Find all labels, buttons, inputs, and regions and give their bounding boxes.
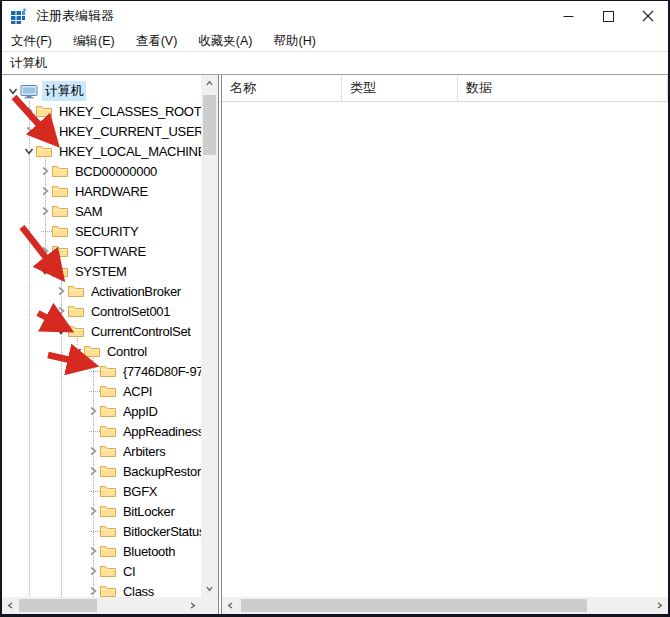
tree-item-label: HKEY_CLASSES_ROOT	[56, 103, 201, 120]
connector-stub	[86, 361, 100, 381]
chevron-right-icon[interactable]	[22, 101, 36, 121]
tree-item[interactable]: ActivationBroker	[2, 281, 184, 301]
tree-item[interactable]: AppID	[2, 401, 161, 421]
folder-icon	[100, 424, 116, 438]
chevron-right-icon[interactable]	[86, 501, 100, 521]
tree-item[interactable]: HKEY_LOCAL_MACHINE	[2, 141, 201, 161]
chevron-down-icon[interactable]	[70, 341, 84, 361]
scroll-left-arrow-icon[interactable]	[222, 597, 239, 614]
scroll-down-arrow-icon[interactable]	[201, 580, 218, 597]
menu-item[interactable]: 编辑(E)	[73, 33, 115, 50]
tree-item-label: SOFTWARE	[72, 243, 149, 260]
chevron-right-icon[interactable]	[86, 581, 100, 597]
tree-item[interactable]: HARDWARE	[2, 181, 151, 201]
chevron-down-icon[interactable]	[38, 261, 52, 281]
folder-icon	[52, 184, 68, 198]
close-button[interactable]	[628, 1, 668, 31]
chevron-right-icon[interactable]	[38, 201, 52, 221]
chevron-right-icon[interactable]	[54, 301, 68, 321]
chevron-right-icon[interactable]	[22, 121, 36, 141]
menu-item[interactable]: 收藏夹(A)	[198, 33, 252, 50]
scroll-up-arrow-icon[interactable]	[201, 75, 218, 92]
tree-item[interactable]: Bluetooth	[2, 541, 178, 561]
chevron-right-icon[interactable]	[38, 241, 52, 261]
tree-item[interactable]: {7746D80F-97	[2, 361, 201, 381]
tree-item[interactable]: CurrentControlSet	[2, 321, 194, 341]
folder-icon	[68, 324, 84, 338]
tree-item[interactable]: 计算机	[2, 81, 86, 101]
tree-item[interactable]: BitlockerStatus	[2, 521, 201, 541]
column-header[interactable]: 类型	[342, 75, 458, 101]
tree-item[interactable]: BCD00000000	[2, 161, 160, 181]
scrollbar-corner	[201, 597, 218, 614]
tree-item-label: AppID	[120, 403, 161, 420]
tree-item[interactable]: BGFX	[2, 481, 160, 501]
scroll-left-arrow-icon[interactable]	[2, 597, 19, 614]
tree-item[interactable]: CI	[2, 561, 138, 581]
tree-item[interactable]: ACPI	[2, 381, 155, 401]
tree-item[interactable]: Arbiters	[2, 441, 168, 461]
tree-hscroll-thumb[interactable]	[19, 599, 97, 612]
tree-item-label: HKEY_LOCAL_MACHINE	[56, 143, 201, 160]
window-controls	[548, 1, 668, 31]
connector-stub	[86, 381, 100, 401]
folder-icon	[100, 504, 116, 518]
list-column-header: 名称类型数据	[222, 75, 668, 102]
column-header[interactable]: 名称	[222, 75, 342, 101]
scroll-right-arrow-icon[interactable]	[184, 597, 201, 614]
chevron-right-icon[interactable]	[86, 461, 100, 481]
chevron-right-icon[interactable]	[86, 401, 100, 421]
tree-item-label: ControlSet001	[88, 303, 173, 320]
tree-item[interactable]: SAM	[2, 201, 105, 221]
tree-item[interactable]: Control	[2, 341, 150, 361]
minimize-button[interactable]	[548, 1, 588, 31]
tree-item[interactable]: SYSTEM	[2, 261, 130, 281]
tree-vscroll-thumb[interactable]	[203, 95, 216, 155]
column-header[interactable]: 数据	[458, 75, 668, 101]
tree-item[interactable]: AppReadiness	[2, 421, 201, 441]
scroll-right-arrow-icon[interactable]	[651, 597, 668, 614]
tree-item-label: Control	[104, 343, 150, 360]
folder-icon	[100, 584, 116, 597]
menu-item[interactable]: 查看(V)	[136, 33, 178, 50]
connector-stub	[86, 421, 100, 441]
tree-item[interactable]: SOFTWARE	[2, 241, 149, 261]
chevron-right-icon[interactable]	[54, 281, 68, 301]
address-bar-input[interactable]: 计算机	[2, 53, 668, 75]
chevron-down-icon[interactable]	[6, 81, 20, 101]
tree-rows: 计算机HKEY_CLASSES_ROOTHKEY_CURRENT_USERHKE…	[2, 75, 201, 597]
menu-item[interactable]: 帮助(H)	[273, 33, 315, 50]
tree-item-label: ACPI	[120, 383, 155, 400]
list-pane-body[interactable]	[222, 102, 668, 597]
chevron-right-icon[interactable]	[38, 161, 52, 181]
chevron-right-icon[interactable]	[38, 181, 52, 201]
tree-item[interactable]: BitLocker	[2, 501, 178, 521]
chevron-down-icon[interactable]	[22, 141, 36, 161]
folder-icon	[100, 404, 116, 418]
folder-icon	[36, 124, 52, 138]
folder-icon	[100, 564, 116, 578]
folder-icon	[100, 544, 116, 558]
tree-item[interactable]: BackupRestore	[2, 461, 201, 481]
tree-item[interactable]: SECURITY	[2, 221, 141, 241]
values-list-pane[interactable]: 名称类型数据	[222, 75, 668, 614]
tree-item[interactable]: ControlSet001	[2, 301, 173, 321]
menu-item[interactable]: 文件(F)	[11, 33, 52, 50]
chevron-right-icon[interactable]	[86, 441, 100, 461]
tree-item[interactable]: HKEY_CURRENT_USER	[2, 121, 201, 141]
tree-item-label: {7746D80F-97	[120, 363, 201, 380]
chevron-right-icon[interactable]	[86, 561, 100, 581]
folder-icon	[100, 464, 116, 478]
registry-tree-pane[interactable]: 计算机HKEY_CLASSES_ROOTHKEY_CURRENT_USERHKE…	[2, 75, 218, 614]
list-hscroll-thumb[interactable]	[241, 599, 587, 612]
tree-item[interactable]: Class	[2, 581, 157, 597]
tree-item-label: Class	[120, 583, 157, 598]
chevron-right-icon[interactable]	[86, 541, 100, 561]
registry-editor-window: 注册表编辑器 文件(F)编辑(E)查看(V)收藏夹(A)帮助(H) 计算机 计算…	[0, 0, 670, 617]
tree-item-label: HKEY_CURRENT_USER	[56, 123, 201, 140]
tree-item-label: BCD00000000	[72, 163, 160, 180]
tree-item[interactable]: HKEY_CLASSES_ROOT	[2, 101, 201, 121]
connector-stub	[86, 521, 100, 541]
chevron-down-icon[interactable]	[54, 321, 68, 341]
maximize-button[interactable]	[588, 1, 628, 31]
